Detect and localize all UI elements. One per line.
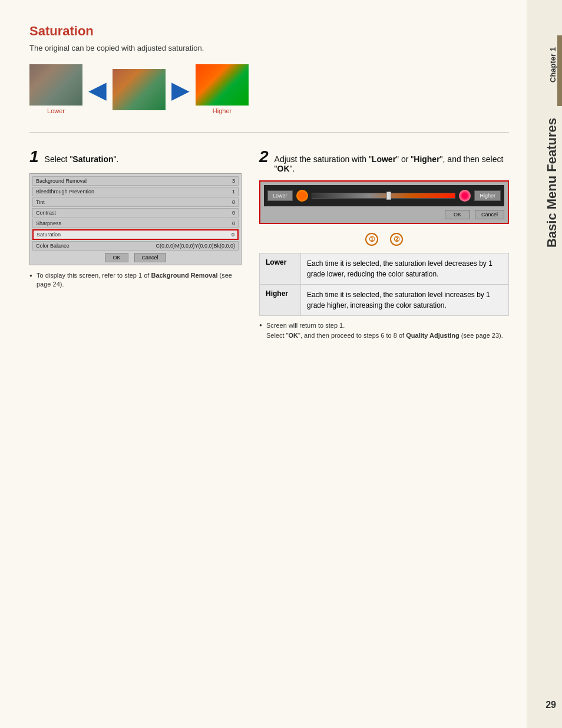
menu-value-saturation: 0 bbox=[232, 232, 234, 238]
sat-flower-left-icon bbox=[296, 190, 308, 202]
menu-label-tint: Tint bbox=[36, 199, 45, 205]
menu-screenshot: Background Removal 3 Bleedthrough Preven… bbox=[29, 173, 242, 265]
step1-header: 1 Select "Saturation". bbox=[29, 147, 242, 166]
menu-row-saturation: Saturation 0 bbox=[32, 229, 239, 240]
sat-cancel-button[interactable]: Cancel bbox=[475, 210, 504, 219]
lower-label: Lower bbox=[47, 107, 65, 114]
menu-label-contrast: Contrast bbox=[36, 210, 56, 216]
sidebar-accent-bar bbox=[557, 35, 562, 106]
sidebar-chapter-label: Chapter 1 bbox=[548, 47, 557, 83]
menu-row-bleed: Bleedthrough Prevention 1 bbox=[32, 187, 239, 196]
section-subtitle: The original can be copied with adjusted… bbox=[29, 44, 509, 52]
sat-slider-row: Lower Higher bbox=[267, 190, 501, 202]
menu-row-sharpness: Sharpness 0 bbox=[32, 219, 239, 228]
section-divider bbox=[29, 132, 509, 133]
demo-image-lower bbox=[29, 64, 82, 106]
menu-value-sharpness: 0 bbox=[232, 220, 235, 226]
menu-label-colorbalance: Color Balance bbox=[36, 243, 70, 249]
menu-ok-button[interactable]: OK bbox=[105, 253, 128, 262]
menu-row-bg: Background Removal 3 bbox=[32, 176, 239, 186]
sat-higher-button[interactable]: Higher bbox=[474, 190, 501, 201]
menu-value-bleed: 1 bbox=[232, 189, 235, 195]
menu-cancel-button[interactable]: Cancel bbox=[134, 253, 166, 262]
step1-note: To display this screen, refer to step 1 … bbox=[29, 271, 242, 289]
menu-row-colorbalance: Color Balance C(0,0,0)M(0,0,0)Y(0,0,0)Bk… bbox=[32, 241, 239, 251]
circle-2: ② bbox=[390, 233, 403, 246]
circle-numbers: ① ② bbox=[259, 233, 509, 246]
menu-label-sharpness: Sharpness bbox=[36, 220, 61, 226]
menu-value-bg: 3 bbox=[232, 178, 235, 184]
menu-label-bg: Background Removal bbox=[36, 178, 87, 184]
demo-image-higher bbox=[196, 64, 249, 106]
sat-track-thumb bbox=[386, 192, 391, 200]
demo-item-lower: Lower bbox=[29, 64, 82, 114]
sat-ok-button[interactable]: OK bbox=[445, 210, 470, 219]
sat-dialog-buttons: OK Cancel bbox=[264, 210, 504, 219]
menu-row-tint: Tint 0 bbox=[32, 197, 239, 207]
screen-note: Screen will return to step 1.Select "OK"… bbox=[259, 321, 509, 340]
demo-image-normal bbox=[113, 69, 166, 110]
step2-header: 2 Adjust the saturation with "Lower" or … bbox=[259, 147, 509, 173]
table-desc-higher: Each time it is selected, the saturation… bbox=[301, 285, 509, 316]
demo-row: Lower ◀ ▶ Higher bbox=[29, 64, 509, 114]
table-row-lower: Lower Each time it is selected, the satu… bbox=[260, 253, 509, 285]
sidebar-chapter-title: Basic Menu Features bbox=[544, 118, 560, 248]
page-container: Saturation The original can be copied wi… bbox=[0, 0, 562, 728]
arrow-left-icon: ◀ bbox=[88, 78, 107, 101]
sat-flower-right-icon bbox=[459, 190, 471, 202]
col-left: 1 Select "Saturation". Background Remova… bbox=[29, 147, 242, 340]
circle-1: ① bbox=[365, 233, 378, 246]
two-col-layout: 1 Select "Saturation". Background Remova… bbox=[29, 147, 509, 340]
right-sidebar: Chapter 1 Basic Menu Features 29 bbox=[527, 0, 562, 728]
menu-value-colorbalance: C(0,0,0)M(0,0,0)Y(0,0,0)Bk(0,0,0) bbox=[156, 243, 235, 249]
table-term-lower: Lower bbox=[260, 253, 301, 285]
menu-value-contrast: 0 bbox=[232, 210, 235, 216]
page-number: 29 bbox=[546, 700, 556, 710]
step1-number: 1 bbox=[29, 147, 39, 166]
section-title: Saturation bbox=[29, 24, 509, 39]
main-content: Saturation The original can be copied wi… bbox=[0, 0, 527, 728]
sat-track bbox=[312, 193, 456, 199]
sat-dialog-inner: Lower Higher bbox=[264, 185, 504, 206]
menu-label-bleed: Bleedthrough Prevention bbox=[36, 189, 94, 195]
table-row-higher: Higher Each time it is selected, the sat… bbox=[260, 285, 509, 316]
step2-number: 2 bbox=[259, 147, 269, 166]
saturation-dialog: Lower Higher OK Cancel bbox=[259, 180, 509, 224]
menu-label-saturation: Saturation bbox=[37, 232, 61, 238]
step2-instruction: Adjust the saturation with "Lower" or "H… bbox=[275, 154, 509, 173]
arrow-right-icon: ▶ bbox=[171, 78, 190, 101]
step1-instruction: Select "Saturation". bbox=[45, 154, 119, 164]
sat-lower-button[interactable]: Lower bbox=[267, 190, 293, 201]
higher-label: Higher bbox=[213, 107, 232, 114]
menu-row-contrast: Contrast 0 bbox=[32, 208, 239, 218]
info-table: Lower Each time it is selected, the satu… bbox=[259, 253, 509, 316]
table-desc-lower: Each time it is selected, the saturation… bbox=[301, 253, 509, 285]
col-right: 2 Adjust the saturation with "Lower" or … bbox=[259, 147, 509, 340]
demo-item-higher: Higher bbox=[196, 64, 249, 114]
table-term-higher: Higher bbox=[260, 285, 301, 316]
demo-item-normal bbox=[113, 69, 166, 110]
menu-buttons: OK Cancel bbox=[32, 253, 239, 262]
menu-value-tint: 0 bbox=[232, 199, 235, 205]
